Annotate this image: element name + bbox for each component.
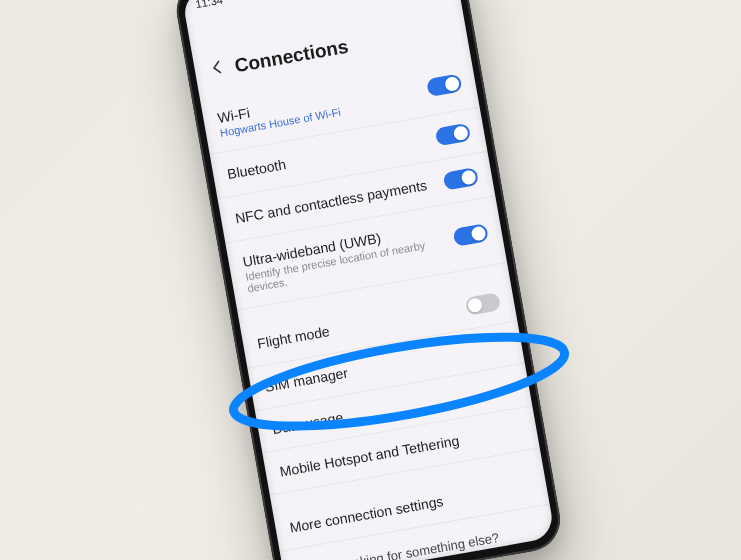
chevron-left-icon [207,57,229,82]
back-button[interactable] [200,52,235,87]
search-icon [420,0,442,7]
toggle-nfc[interactable] [442,167,479,191]
status-time: 11:34 [194,0,223,10]
photo-background: 11:34 100% [0,0,741,560]
phone-frame: 11:34 100% [171,0,564,560]
page-title: Connections [232,36,349,78]
toggle-flight-mode[interactable] [464,292,501,316]
settings-list: Wi-Fi Hogwarts House of Wi-Fi Bluetooth … [200,52,555,560]
phone-screen: 11:34 100% [181,0,555,560]
toggle-bluetooth[interactable] [434,123,471,147]
toggle-wifi[interactable] [425,73,462,97]
toggle-uwb[interactable] [452,223,489,247]
